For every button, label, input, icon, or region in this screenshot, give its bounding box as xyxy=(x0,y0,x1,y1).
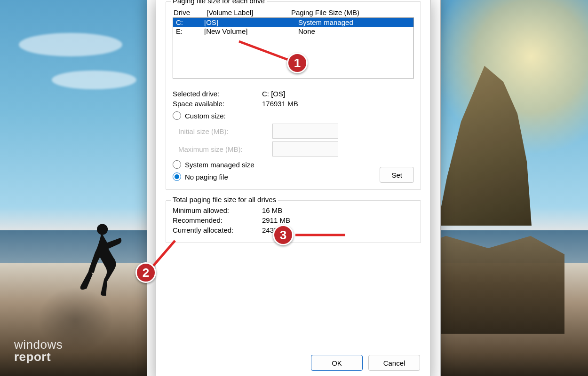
initial-size-label: Initial size (MB): xyxy=(178,127,272,135)
maximum-size-label: Maximum size (MB): xyxy=(178,145,272,153)
drive-list[interactable]: C: [OS] System managed E: [New Volume] N… xyxy=(173,17,414,78)
watermark-line2: report xyxy=(14,350,51,364)
maximum-size-input[interactable] xyxy=(272,141,338,157)
groupbox-total-paging: Total paging file size for all drives Mi… xyxy=(166,200,421,243)
space-available-row: Space available: 176931 MB xyxy=(173,100,414,108)
radio-nopage-label: No paging file xyxy=(185,173,228,181)
drive-letter: C: xyxy=(176,18,204,26)
col-drive: Drive xyxy=(174,8,207,16)
set-button[interactable]: Set xyxy=(380,167,414,183)
groupbox-paging-each-drive: Paging file size for each drive Drive [V… xyxy=(166,1,421,190)
runner-silhouette xyxy=(71,221,132,306)
currently-allocated-label: Currently allocated: xyxy=(173,226,262,234)
selected-drive-label: Selected drive: xyxy=(173,90,262,98)
radio-icon xyxy=(173,172,181,181)
svg-point-0 xyxy=(97,224,108,235)
ok-button[interactable]: OK xyxy=(311,355,363,371)
drive-volume: [New Volume] xyxy=(204,27,298,35)
drive-letter: E: xyxy=(176,27,204,35)
radio-custom-label: Custom size: xyxy=(185,112,226,120)
drive-row-c[interactable]: C: [OS] System managed xyxy=(173,18,413,27)
initial-size-input[interactable] xyxy=(272,124,338,139)
recommended-value: 2911 MB xyxy=(262,216,414,224)
groupbox-legend: Paging file size for each drive xyxy=(171,0,267,5)
drive-pagesize: System managed xyxy=(298,18,411,26)
custom-size-inputs: Initial size (MB): Maximum size (MB): xyxy=(178,124,414,157)
min-allowed-label: Minimum allowed: xyxy=(173,206,262,214)
col-volume: [Volume Label] xyxy=(207,8,291,16)
recommended-label: Recommended: xyxy=(173,216,262,224)
drive-row-e[interactable]: E: [New Volume] None xyxy=(173,27,413,36)
currently-allocated-value: 2432 MB xyxy=(262,226,414,234)
min-allowed-value: 16 MB xyxy=(262,206,414,214)
windows-report-watermark: windows report xyxy=(14,338,63,363)
radio-icon xyxy=(173,160,181,169)
drive-list-header: Drive [Volume Label] Paging File Size (M… xyxy=(174,8,414,16)
space-available-label: Space available: xyxy=(173,100,262,108)
radio-icon xyxy=(173,111,181,120)
groupbox-total-legend: Total paging file size for all drives xyxy=(171,196,278,204)
radio-sysman-label: System managed size xyxy=(185,161,254,169)
radio-custom-size[interactable]: Custom size: xyxy=(173,111,414,120)
cancel-button[interactable]: Cancel xyxy=(368,355,420,371)
space-available-value: 176931 MB xyxy=(262,100,414,108)
drive-pagesize: None xyxy=(298,27,411,35)
selected-drive-row: Selected drive: C: [OS] xyxy=(173,90,414,98)
selected-drive-value: C: [OS] xyxy=(262,90,414,98)
col-size: Paging File Size (MB) xyxy=(291,8,414,16)
virtual-memory-dialog: Paging file size for each drive Drive [V… xyxy=(156,0,431,376)
drive-volume: [OS] xyxy=(204,18,298,26)
